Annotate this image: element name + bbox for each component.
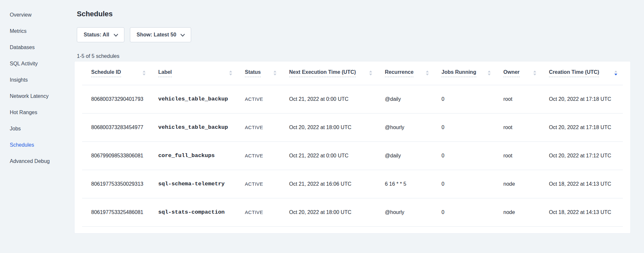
table-row: 806197753350029313sql-schema-telemetryAC…	[82, 170, 623, 198]
table-cell: 806197753350029313	[82, 170, 158, 198]
column-header-schedule-id[interactable]: Schedule ID	[82, 61, 158, 85]
column-header-label: Label	[158, 69, 172, 77]
table-cell: node	[503, 170, 549, 198]
sidebar-item-label: Advanced Debug	[10, 158, 50, 164]
sidebar-item-label: Hot Ranges	[10, 110, 37, 115]
table-cell: root	[503, 113, 549, 141]
sidebar-item-label: Metrics	[10, 28, 27, 34]
sidebar-item-label: Overview	[10, 12, 32, 18]
column-header-creation-time-utc[interactable]: Creation Time (UTC)	[549, 61, 623, 85]
column-header-label: Jobs Running	[441, 69, 476, 77]
sidebar-item-label: Network Latency	[10, 93, 49, 99]
status-filter-dropdown[interactable]: Status: All	[77, 27, 124, 42]
table-cell: sql-stats-compaction	[158, 198, 245, 226]
table-cell: 0	[441, 170, 503, 198]
column-header-owner[interactable]: Owner	[503, 61, 549, 85]
sidebar-item-label: Insights	[10, 77, 28, 83]
sidebar-item-label: SQL Activity	[10, 61, 38, 66]
table-cell: Oct 18, 2022 at 14:13 UTC	[549, 170, 623, 198]
sort-icon	[273, 70, 277, 76]
chevron-down-icon	[180, 33, 185, 37]
column-header-jobs-running[interactable]: Jobs Running	[441, 61, 503, 85]
sort-icon	[614, 70, 618, 76]
table-cell: 0	[441, 141, 503, 170]
table-row: 806800373290401793vehicles_table_backupA…	[82, 85, 623, 113]
sidebar-item-overview[interactable]: Overview	[0, 7, 74, 23]
status-filter-label: Status: All	[84, 32, 109, 38]
column-header-label: Creation Time (UTC)	[549, 69, 599, 77]
sidebar-item-network-latency[interactable]: Network Latency	[0, 88, 74, 104]
table-cell: vehicles_table_backup	[158, 113, 245, 141]
table-cell: vehicles_table_backup	[158, 85, 245, 113]
column-header-label: Owner	[503, 69, 520, 77]
table-cell: Oct 20, 2022 at 18:00 UTC	[289, 198, 385, 226]
sort-icon	[426, 70, 429, 76]
table-cell: Oct 20, 2022 at 17:12 UTC	[549, 141, 623, 170]
table-cell: node	[503, 198, 549, 226]
sidebar-item-advanced-debug[interactable]: Advanced Debug	[0, 153, 74, 169]
filters-bar: Status: All Show: Latest 50	[77, 27, 644, 42]
sidebar-item-metrics[interactable]: Metrics	[0, 23, 74, 39]
sidebar-item-label: Schedules	[10, 142, 34, 148]
table-row: 806800373283454977vehicles_table_backupA…	[82, 113, 623, 141]
sort-icon	[533, 70, 537, 76]
table-cell: Oct 21, 2022 at 0:00 UTC	[289, 141, 385, 170]
show-filter-label: Show: Latest 50	[137, 32, 176, 38]
sidebar-item-hot-ranges[interactable]: Hot Ranges	[0, 104, 74, 121]
column-header-recurrence[interactable]: Recurrence	[385, 61, 441, 85]
schedules-table: Schedule ID Label Status	[82, 61, 623, 227]
table-cell: 6 16 * * 5	[385, 170, 441, 198]
sidebar-item-databases[interactable]: Databases	[0, 39, 74, 56]
table-cell: ACTIVE	[245, 198, 289, 226]
column-header-label: Schedule ID	[91, 69, 121, 77]
table-cell: ACTIVE	[245, 141, 289, 170]
column-header-label[interactable]: Label	[158, 61, 245, 85]
schedules-table-panel: Schedule ID Label Status	[74, 61, 631, 233]
table-cell: root	[503, 141, 549, 170]
table-cell: 806799098533806081	[82, 141, 158, 170]
table-cell: Oct 20, 2022 at 17:18 UTC	[549, 113, 623, 141]
chevron-down-icon	[114, 33, 118, 37]
sidebar-nav: Overview Metrics Databases SQL Activity …	[0, 0, 74, 253]
table-cell: ACTIVE	[245, 85, 289, 113]
table-body: 806800373290401793vehicles_table_backupA…	[82, 85, 623, 226]
table-cell: Oct 21, 2022 at 16:06 UTC	[289, 170, 385, 198]
table-cell: ACTIVE	[245, 170, 289, 198]
table-cell: Oct 20, 2022 at 17:18 UTC	[549, 85, 623, 113]
sort-icon	[369, 70, 372, 76]
table-cell: @daily	[385, 85, 441, 113]
show-filter-dropdown[interactable]: Show: Latest 50	[130, 27, 191, 42]
column-header-label: Recurrence	[385, 69, 413, 77]
results-count: 1-5 of 5 schedules	[77, 53, 644, 60]
sidebar-item-label: Jobs	[10, 126, 21, 131]
sidebar-item-insights[interactable]: Insights	[0, 72, 74, 88]
table-cell: 0	[441, 113, 503, 141]
table-cell: 0	[441, 198, 503, 226]
sort-icon	[487, 70, 491, 76]
column-header-label: Status	[245, 69, 261, 77]
table-cell: 0	[441, 85, 503, 113]
page-title: Schedules	[77, 10, 644, 18]
sidebar-item-sql-activity[interactable]: SQL Activity	[0, 56, 74, 72]
column-header-status[interactable]: Status	[245, 61, 289, 85]
table-cell: 806197753325486081	[82, 198, 158, 226]
table-cell: Oct 20, 2022 at 18:00 UTC	[289, 113, 385, 141]
column-header-next-execution-time-utc[interactable]: Next Execution Time (UTC)	[289, 61, 385, 85]
table-row: 806799098533806081core_full_backupsACTIV…	[82, 141, 623, 170]
sidebar-item-label: Databases	[10, 45, 35, 50]
table-cell: core_full_backups	[158, 141, 245, 170]
table-cell: Oct 21, 2022 at 0:00 UTC	[289, 85, 385, 113]
table-cell: Oct 18, 2022 at 14:13 UTC	[549, 198, 623, 226]
table-cell: @hourly	[385, 113, 441, 141]
column-header-label: Next Execution Time (UTC)	[289, 69, 356, 77]
table-cell: @daily	[385, 141, 441, 170]
table-cell: 806800373290401793	[82, 85, 158, 113]
sidebar-item-jobs[interactable]: Jobs	[0, 121, 74, 137]
table-cell: ACTIVE	[245, 113, 289, 141]
sidebar-item-schedules[interactable]: Schedules	[0, 137, 74, 153]
sort-icon	[142, 70, 146, 76]
table-row: 806197753325486081sql-stats-compactionAC…	[82, 198, 623, 226]
table-cell: @hourly	[385, 198, 441, 226]
main-content: Schedules Status: All Show: Latest 50 1-…	[77, 0, 644, 233]
table-header-row: Schedule ID Label Status	[82, 61, 623, 85]
